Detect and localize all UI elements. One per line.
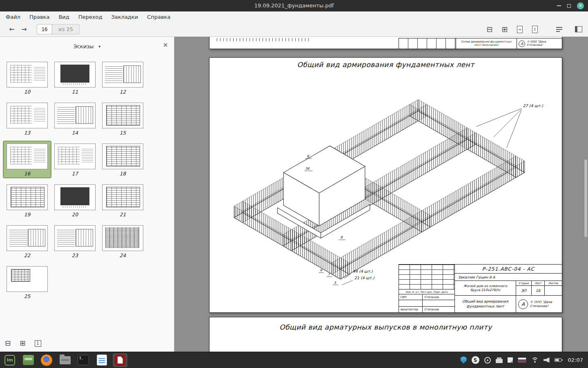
thumbnail-image[interactable] [54, 184, 96, 210]
forward-button[interactable]: → [18, 24, 30, 35]
thumbnail-image[interactable] [102, 184, 143, 210]
thumbnail-image[interactable] [7, 103, 48, 128]
thumbnail-page-number: 11 [72, 89, 78, 95]
sidebar-mode-dropdown[interactable]: Эскизы ▾ [68, 41, 107, 52]
zoom-in-button[interactable]: ⊞ [500, 25, 510, 34]
thumbnail-item[interactable]: 19 [4, 182, 51, 218]
sheet-label: Лист [532, 281, 545, 285]
menu-edit[interactable]: Правка [25, 11, 54, 22]
thumbnail-image[interactable] [102, 103, 143, 128]
printer-icon[interactable] [496, 359, 503, 363]
thumbnail-item[interactable]: 25 [4, 264, 51, 300]
desktop: 19.09.2021_фундаменты.pdf × Файл Правка … [0, 0, 588, 368]
architect-name: Степанов [423, 307, 454, 312]
pdf-viewer-launcher[interactable] [113, 353, 127, 367]
thumbnail-item[interactable]: 23 [51, 223, 98, 259]
page-16: Общий вид армирования фундаментных лент [209, 57, 562, 313]
thumbnail-image[interactable] [7, 144, 48, 169]
thumbnail-item[interactable]: 13 [4, 101, 51, 137]
thumbnail-image[interactable] [7, 225, 48, 251]
restore-icon[interactable] [567, 4, 571, 8]
close-icon[interactable]: × [577, 2, 584, 9]
thumbnail-page-number: 24 [120, 253, 126, 258]
thumbnail-item[interactable]: 22 [4, 223, 51, 259]
architect-label: Архитектор [399, 307, 423, 312]
pdf-viewer-icon [114, 355, 126, 366]
wifi-icon[interactable] [531, 357, 539, 363]
thumbnail-image[interactable] [54, 103, 96, 128]
thumbnail-image[interactable] [54, 144, 96, 169]
sidebar-toggle-icon[interactable] [575, 26, 582, 32]
thumbnail-item[interactable]: 18 [99, 141, 146, 177]
thumbnails-sidebar: Эскизы ▾ × 10 11 12 13 14 15 16 17 [0, 37, 174, 352]
menu-bookmarks[interactable]: Закладки [107, 11, 143, 22]
files-launcher[interactable] [21, 353, 36, 367]
thumbnail-item[interactable]: 14 [51, 101, 98, 137]
thumbnail-image[interactable] [102, 144, 143, 169]
thumbnail-image[interactable] [7, 62, 48, 88]
document-view[interactable]: Схема армирования фундаментных лент (око… [174, 37, 588, 352]
menu-file[interactable]: Файл [1, 11, 25, 22]
firefox-launcher[interactable] [39, 353, 54, 367]
mark-8a: 8 [307, 155, 310, 158]
battery-icon[interactable] [555, 358, 561, 362]
menu-go[interactable]: Переход [74, 11, 107, 22]
scrollbar-thumb[interactable] [584, 159, 587, 237]
clock[interactable]: 02:07 [568, 357, 583, 363]
notes-icon[interactable] [508, 357, 513, 363]
volume-icon[interactable] [543, 357, 550, 363]
main-area: Эскизы ▾ × 10 11 12 13 14 15 16 17 [0, 37, 588, 352]
menu-help[interactable]: Справка [143, 11, 175, 22]
thumbnail-page-number: 16 [24, 171, 30, 177]
thumbnail-image[interactable] [7, 266, 48, 292]
thumbnail-item[interactable]: 12 [99, 60, 146, 96]
terminal-launcher[interactable]: $_ [76, 353, 91, 367]
revision-grid [399, 265, 454, 289]
window-titlebar[interactable]: 19.09.2021_фундаменты.pdf × [0, 0, 588, 11]
back-button[interactable]: ← [6, 24, 18, 35]
folder-launcher[interactable] [58, 353, 72, 367]
thumb-zoom-out-button[interactable]: ⊟ [5, 340, 11, 347]
thumbnail-page-number: 20 [72, 212, 78, 218]
files-icon [23, 355, 34, 365]
thumbnail-item[interactable]: 20 [51, 182, 98, 218]
thumbnail-item[interactable]: 17 [51, 141, 98, 177]
text-editor-launcher[interactable] [94, 353, 109, 367]
mint-menu-button[interactable]: lm [2, 353, 17, 367]
thumbnail-image[interactable] [54, 225, 96, 251]
thumbnail-item[interactable]: 16 [4, 141, 51, 177]
fit-page-button[interactable]: ↕ [530, 25, 540, 34]
fit-width-button[interactable]: ↔ [515, 25, 525, 34]
thumbnail-item[interactable]: 24 [99, 223, 146, 259]
thumb-actual-size-button[interactable]: 1 [35, 340, 41, 347]
thumbnail-page-number: 15 [120, 130, 126, 136]
skype-icon[interactable]: S [472, 356, 479, 364]
thumbnail-image[interactable] [7, 184, 48, 210]
client-name: Заказчик Гущин А А [455, 274, 562, 281]
page-number-input[interactable] [37, 24, 52, 34]
thumbnail-item[interactable]: 11 [51, 60, 98, 96]
firewall-shield-icon[interactable] [461, 357, 467, 364]
annotation-44: 44 (4 шт.) [353, 269, 373, 274]
thumbnail-image[interactable] [54, 62, 96, 88]
thumbnail-image[interactable] [102, 62, 143, 88]
zoom-out-button[interactable]: ⊟ [485, 25, 494, 34]
object-name: Жилой дом из клеенного бруса 210х276(h) [455, 281, 516, 295]
thumbnail-item[interactable]: 10 [4, 60, 51, 96]
thumbnail-item[interactable]: 21 [99, 182, 146, 218]
company-name: © ООО "Дама Степанова" [527, 40, 560, 47]
annotations-list-icon[interactable] [556, 27, 566, 32]
mark-9: 9 [320, 269, 323, 272]
update-status-icon[interactable] [484, 357, 491, 364]
thumb-zoom-in-button[interactable]: ⊞ [20, 340, 25, 347]
window-title: 19.09.2021_фундаменты.pdf [254, 2, 334, 9]
thumbnail-item[interactable]: 15 [99, 101, 146, 137]
menu-view[interactable]: Вид [54, 11, 74, 22]
stage-value: ЭП [516, 286, 532, 295]
thumbnail-image[interactable] [102, 225, 143, 251]
keyboard-layout-flag-icon[interactable] [518, 357, 526, 363]
thumbnail-page-number: 12 [120, 89, 126, 95]
sidebar-close-icon[interactable]: × [163, 42, 168, 48]
vertical-scrollbar[interactable] [584, 37, 588, 352]
minimize-icon[interactable] [557, 5, 561, 6]
